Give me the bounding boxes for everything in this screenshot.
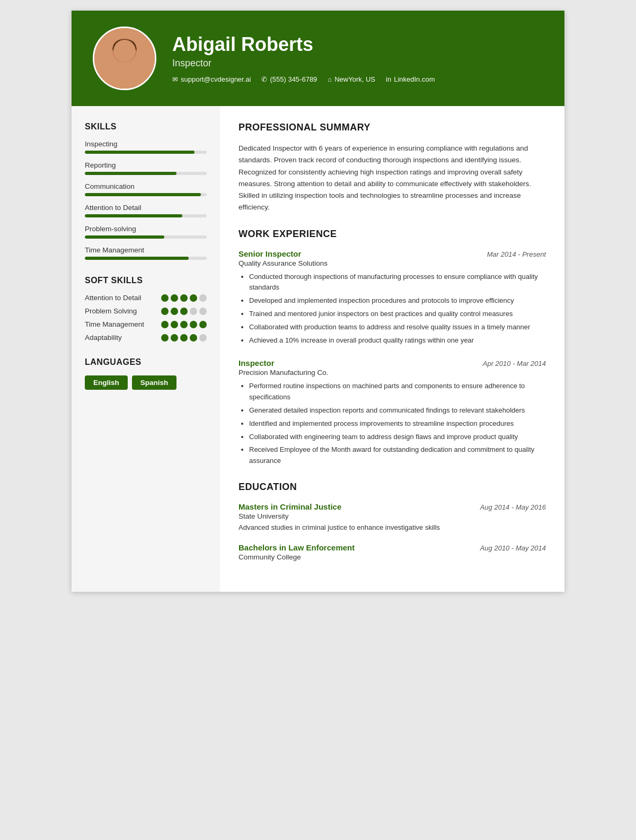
bullet-item: Identified and implemented process impro… — [249, 418, 546, 430]
soft-skill-item: Adaptability — [85, 334, 207, 342]
main-content: PROFESSIONAL SUMMARY Dedicated Inspector… — [220, 106, 564, 592]
skill-name: Problem-solving — [85, 225, 207, 233]
svg-rect-0 — [94, 28, 155, 89]
job-company: Quality Assurance Solutions — [238, 259, 546, 267]
candidate-name: Abigail Roberts — [172, 33, 435, 56]
svg-rect-2 — [117, 50, 123, 55]
skills-heading: SKILLS — [85, 122, 207, 132]
bullet-item: Received Employee of the Month award for… — [249, 444, 546, 467]
languages-section: LANGUAGES EnglishSpanish — [85, 357, 207, 390]
soft-skill-name: Adaptability — [85, 334, 161, 342]
soft-skill-item: Time Management — [85, 320, 207, 328]
job-bullets: Conducted thorough inspections of manufa… — [238, 272, 546, 346]
job-title: Inspector — [238, 358, 275, 368]
job-dates: Apr 2010 - Mar 2014 — [483, 360, 546, 368]
phone-icon: ✆ — [261, 75, 267, 83]
jobs-list: Senior Inspector Mar 2014 - Present Qual… — [238, 249, 546, 467]
edu-school: State University — [238, 512, 546, 520]
soft-skills-section: SOFT SKILLS Attention to Detail Problem … — [85, 276, 207, 342]
linkedin-contact: in LinkedIn.com — [386, 75, 435, 83]
bullet-item: Generated detailed inspection reports an… — [249, 405, 546, 416]
resume-body: SKILLS Inspecting Reporting Communicatio… — [72, 106, 564, 592]
resume-container: Abigail Roberts Inspector ✉ support@cvde… — [72, 11, 564, 592]
skill-bar-fill — [85, 193, 201, 196]
skill-dot — [190, 294, 197, 302]
education-heading: EDUCATION — [238, 482, 546, 495]
skill-dot — [171, 321, 178, 328]
job-item: Senior Inspector Mar 2014 - Present Qual… — [238, 249, 546, 346]
bullet-item: Collaborated with engineering team to ad… — [249, 432, 546, 443]
skills-section: SKILLS Inspecting Reporting Communicatio… — [85, 122, 207, 260]
education-section: EDUCATION Masters in Criminal Justice Au… — [238, 482, 546, 562]
skill-dot — [180, 334, 188, 342]
skill-dot — [190, 334, 197, 342]
skill-dot — [180, 294, 188, 302]
header-info: Abigail Roberts Inspector ✉ support@cvde… — [172, 33, 435, 83]
skill-bar-fill — [85, 151, 195, 154]
summary-section: PROFESSIONAL SUMMARY Dedicated Inspector… — [238, 122, 546, 214]
linkedin-icon: in — [386, 75, 391, 83]
summary-text: Dedicated Inspector with 6 years of expe… — [238, 143, 546, 214]
education-item: Bachelors in Law Enforcement Aug 2010 - … — [238, 543, 546, 561]
education-item: Masters in Criminal Justice Aug 2014 - M… — [238, 502, 546, 533]
languages-heading: LANGUAGES — [85, 357, 207, 367]
skill-item: Reporting — [85, 161, 207, 175]
soft-skill-item: Attention to Detail — [85, 294, 207, 302]
resume-header: Abigail Roberts Inspector ✉ support@cvde… — [72, 11, 564, 106]
sidebar: SKILLS Inspecting Reporting Communicatio… — [72, 106, 220, 592]
soft-skills-list: Attention to Detail Problem Solving Time… — [85, 294, 207, 342]
skill-bar-fill — [85, 172, 176, 175]
skill-bar-fill — [85, 235, 164, 239]
skill-name: Inspecting — [85, 140, 207, 148]
edu-header: Bachelors in Law Enforcement Aug 2010 - … — [238, 543, 546, 552]
skill-dot — [180, 308, 188, 315]
skill-dot — [199, 334, 207, 342]
edu-dates: Aug 2010 - May 2014 — [480, 544, 546, 552]
skill-item: Problem-solving — [85, 225, 207, 239]
edu-degree: Masters in Criminal Justice — [238, 502, 341, 511]
job-item: Inspector Apr 2010 - Mar 2014 Precision … — [238, 358, 546, 467]
skill-dot — [171, 334, 178, 342]
skill-bar — [85, 214, 207, 217]
skill-dot — [171, 294, 178, 302]
avatar-image — [94, 28, 155, 89]
email-value: support@cvdesigner.ai — [181, 75, 251, 83]
bullet-item: Trained and mentored junior inspectors o… — [249, 309, 546, 320]
skill-dot — [199, 308, 207, 315]
skill-name: Attention to Detail — [85, 204, 207, 212]
skill-dot — [190, 308, 197, 315]
job-dates: Mar 2014 - Present — [487, 250, 546, 258]
edu-header: Masters in Criminal Justice Aug 2014 - M… — [238, 502, 546, 511]
job-company: Precision Manufacturing Co. — [238, 369, 546, 377]
phone-contact: ✆ (555) 345-6789 — [261, 75, 317, 83]
email-icon: ✉ — [172, 75, 178, 83]
experience-section: WORK EXPERIENCE Senior Inspector Mar 201… — [238, 229, 546, 467]
dots — [161, 308, 207, 315]
skill-bar — [85, 151, 207, 154]
job-title: Senior Inspector — [238, 249, 301, 258]
soft-skill-name: Attention to Detail — [85, 294, 161, 302]
job-header: Senior Inspector Mar 2014 - Present — [238, 249, 546, 258]
skill-name: Reporting — [85, 161, 207, 169]
edu-description: Advanced studies in criminal justice to … — [238, 522, 546, 533]
dots — [161, 321, 207, 328]
email-contact: ✉ support@cvdesigner.ai — [172, 75, 251, 83]
bullet-item: Collaborated with production teams to ad… — [249, 322, 546, 333]
skill-dot — [161, 321, 169, 328]
experience-heading: WORK EXPERIENCE — [238, 229, 546, 242]
education-list: Masters in Criminal Justice Aug 2014 - M… — [238, 502, 546, 562]
skill-item: Attention to Detail — [85, 204, 207, 217]
skill-dot — [199, 321, 207, 328]
linkedin-value: LinkedIn.com — [394, 75, 435, 83]
skill-dot — [161, 334, 169, 342]
skills-list: Inspecting Reporting Communication Atten… — [85, 140, 207, 260]
dots — [161, 294, 207, 302]
skill-bar-fill — [85, 257, 189, 260]
skill-dot — [180, 321, 188, 328]
header-contacts: ✉ support@cvdesigner.ai ✆ (555) 345-6789… — [172, 75, 435, 83]
skill-bar — [85, 257, 207, 260]
skill-bar — [85, 172, 207, 175]
skill-bar — [85, 235, 207, 239]
location-value: NewYork, US — [334, 75, 375, 83]
bullet-item: Developed and implemented inspection pro… — [249, 295, 546, 307]
